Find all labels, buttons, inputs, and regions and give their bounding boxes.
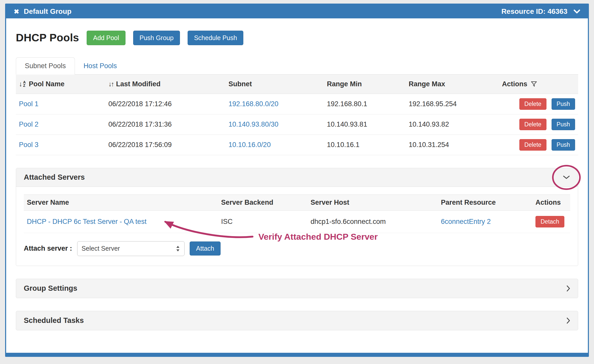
pool-name-header[interactable]: ↓ AZ Pool Name bbox=[16, 75, 105, 94]
pool-modified: 06/22/2018 17:12:46 bbox=[105, 94, 225, 114]
pool-range-min: 10.140.93.81 bbox=[324, 114, 406, 135]
pool-subnet-link[interactable]: 10.140.93.80/30 bbox=[229, 120, 278, 128]
server-select-value: Select Server bbox=[82, 245, 120, 252]
attached-servers-header[interactable]: Attached Servers bbox=[16, 168, 578, 187]
server-select[interactable]: Select Server bbox=[77, 241, 185, 256]
pools-header-row: ↓ AZ Pool Name ↓↑ Last Modified Subnet bbox=[16, 75, 578, 94]
delete-pool-button[interactable]: Delete bbox=[519, 139, 546, 151]
attached-servers-panel: Attached Servers Server Name Server Back… bbox=[16, 168, 578, 266]
pool-name-link[interactable]: Pool 3 bbox=[19, 141, 39, 149]
attached-servers-title: Attached Servers bbox=[24, 173, 85, 181]
actions-header: Actions bbox=[499, 75, 578, 94]
delete-pool-button[interactable]: Delete bbox=[519, 119, 546, 130]
pool-name-link[interactable]: Pool 2 bbox=[19, 120, 39, 128]
group-settings-panel[interactable]: Group Settings bbox=[16, 279, 578, 298]
server-row: DHCP - DHCP 6c Test Server - QA test ISC… bbox=[24, 210, 570, 233]
delete-pool-button[interactable]: Delete bbox=[519, 98, 546, 110]
push-pool-button[interactable]: Push bbox=[552, 139, 575, 151]
pool-row: Pool 1 06/22/2018 17:12:46 192.168.80.0/… bbox=[16, 94, 578, 114]
pool-row: Pool 3 06/22/2018 17:56:09 10.10.16.0/20… bbox=[16, 135, 578, 155]
tab-subnet-pools[interactable]: Subnet Pools bbox=[16, 57, 75, 75]
select-arrows-icon bbox=[176, 245, 180, 252]
title-row: DHCP Pools Add Pool Push Group Schedule … bbox=[16, 31, 578, 45]
server-host: dhcp1-sfo.6connect.com bbox=[307, 210, 438, 233]
range-min-header: Range Min bbox=[324, 75, 406, 94]
server-host-header: Server Host bbox=[307, 195, 438, 210]
schedule-push-button[interactable]: Schedule Push bbox=[188, 31, 243, 45]
pool-tabs: Subnet Pools Host Pools bbox=[16, 57, 578, 75]
attach-server-row: Attach server : Select Server Attach bbox=[24, 241, 570, 256]
server-name-link[interactable]: DHCP - DHCP 6c Test Server - QA test bbox=[27, 218, 146, 225]
page-title: DHCP Pools bbox=[16, 32, 79, 44]
card-body: DHCP Pools Add Pool Push Group Schedule … bbox=[6, 18, 588, 330]
pool-modified: 06/22/2018 17:31:36 bbox=[105, 114, 225, 135]
attach-button[interactable]: Attach bbox=[190, 241, 221, 256]
pool-name-link[interactable]: Pool 1 bbox=[19, 100, 39, 108]
push-pool-button[interactable]: Push bbox=[552, 98, 575, 110]
tab-host-pools[interactable]: Host Pools bbox=[75, 58, 126, 74]
pool-range-min: 192.168.80.1 bbox=[324, 94, 406, 114]
pool-row: Pool 2 06/22/2018 17:31:36 10.140.93.80/… bbox=[16, 114, 578, 135]
group-collapse-chevron-icon[interactable] bbox=[574, 9, 580, 14]
sort-updown-icon[interactable]: ↓↑ bbox=[108, 80, 113, 88]
scheduled-tasks-panel[interactable]: Scheduled Tasks bbox=[16, 311, 578, 330]
group-settings-title: Group Settings bbox=[24, 284, 77, 293]
attached-servers-body: Server Name Server Backend Server Host P… bbox=[16, 187, 578, 266]
scheduled-tasks-title: Scheduled Tasks bbox=[24, 316, 84, 325]
detach-button[interactable]: Detach bbox=[535, 216, 564, 227]
push-pool-button[interactable]: Push bbox=[552, 119, 575, 130]
chevron-right-icon bbox=[567, 285, 570, 292]
server-backend: ISC bbox=[218, 210, 307, 233]
push-group-button[interactable]: Push Group bbox=[133, 31, 180, 45]
pool-range-min: 10.10.16.1 bbox=[324, 135, 406, 155]
attached-servers-collapse[interactable] bbox=[563, 175, 570, 180]
sort-alpha-icon[interactable]: ↓ AZ bbox=[19, 81, 26, 88]
resource-id-label: Resource ID: 46363 bbox=[501, 7, 567, 16]
servers-header-row: Server Name Server Backend Server Host P… bbox=[24, 195, 570, 210]
server-name-header: Server Name bbox=[24, 195, 218, 210]
pool-range-max: 10.10.31.254 bbox=[406, 135, 499, 155]
pool-range-max: 10.140.93.82 bbox=[406, 114, 499, 135]
last-modified-header[interactable]: ↓↑ Last Modified bbox=[105, 75, 225, 94]
close-icon[interactable]: ✖ bbox=[14, 8, 19, 15]
chevron-right-icon bbox=[567, 318, 570, 324]
add-pool-button[interactable]: Add Pool bbox=[87, 31, 125, 45]
filter-icon[interactable] bbox=[531, 81, 537, 87]
group-header-bar: ✖ Default Group Resource ID: 46363 bbox=[6, 5, 588, 18]
pools-table: ↓ AZ Pool Name ↓↑ Last Modified Subnet bbox=[16, 75, 578, 155]
pool-subnet-link[interactable]: 192.168.80.0/20 bbox=[229, 100, 278, 108]
parent-resource-header: Parent Resource bbox=[438, 195, 532, 210]
attach-server-label: Attach server : bbox=[24, 245, 72, 252]
server-backend-header: Server Backend bbox=[218, 195, 307, 210]
servers-table: Server Name Server Backend Server Host P… bbox=[24, 195, 570, 233]
parent-resource-link[interactable]: 6connectEntry 2 bbox=[441, 218, 491, 225]
pool-subnet-link[interactable]: 10.10.16.0/20 bbox=[229, 141, 271, 149]
group-title: Default Group bbox=[24, 7, 72, 16]
server-actions-header: Actions bbox=[532, 195, 570, 210]
range-max-header: Range Max bbox=[406, 75, 499, 94]
default-group-card: ✖ Default Group Resource ID: 46363 DHCP … bbox=[5, 4, 589, 357]
subnet-header: Subnet bbox=[225, 75, 324, 94]
pool-modified: 06/22/2018 17:56:09 bbox=[105, 135, 225, 155]
pool-range-max: 192.168.95.254 bbox=[406, 94, 499, 114]
